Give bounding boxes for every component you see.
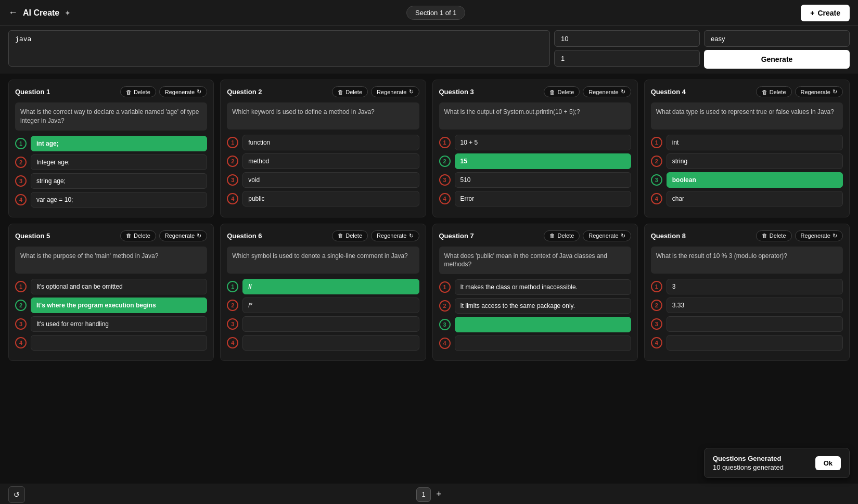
option-input-1-3[interactable] [31, 173, 207, 189]
option-input-3-1[interactable] [455, 135, 631, 150]
question-card-3: Question 3 🗑 Delete Regenerate ↻ What is… [432, 80, 638, 217]
subject-input[interactable]: java [8, 30, 550, 67]
question-label-2: Question 2 [227, 88, 262, 96]
question-actions-6: 🗑 Delete Regenerate ↻ [332, 230, 419, 241]
question-text-7: What does 'public' mean in the context o… [439, 247, 631, 275]
option-input-8-2[interactable] [667, 298, 843, 313]
option-input-6-1[interactable] [242, 279, 419, 294]
question-text-4: What data type is used to represent true… [651, 102, 843, 130]
option-input-4-2[interactable] [667, 153, 843, 169]
regenerate-button-1[interactable]: Regenerate ↻ [159, 86, 208, 97]
regenerate-button-4[interactable]: Regenerate ↻ [795, 86, 843, 97]
option-input-2-1[interactable] [242, 135, 419, 150]
regenerate-button-2[interactable]: Regenerate ↻ [371, 86, 419, 97]
option-num-5-3: 3 [15, 318, 27, 330]
option-row-5-4: 4 [15, 335, 207, 351]
option-num-5-2: 2 [15, 300, 27, 311]
option-num-6-2: 2 [227, 300, 238, 311]
regenerate-label-4: Regenerate [801, 89, 831, 95]
delete-button-8[interactable]: 🗑 Delete [756, 230, 792, 241]
regenerate-icon-4: ↻ [833, 88, 837, 95]
count-input[interactable] [554, 30, 700, 47]
option-input-6-4[interactable] [242, 335, 419, 351]
toast-ok-button[interactable]: Ok [815, 456, 841, 470]
question-card-1: Question 1 🗑 Delete Regenerate ↻ What is… [8, 80, 214, 217]
option-input-2-4[interactable] [242, 191, 419, 206]
option-input-2-3[interactable] [242, 172, 419, 188]
question-actions-7: 🗑 Delete Regenerate ↻ [544, 230, 631, 241]
option-row-5-2: 2 [15, 298, 207, 313]
option-input-5-2[interactable] [31, 298, 207, 313]
option-row-4-2: 2 [651, 153, 843, 169]
regenerate-button-7[interactable]: Regenerate ↻ [583, 230, 631, 241]
back-button[interactable]: ← [8, 7, 18, 18]
delete-button-6[interactable]: 🗑 Delete [332, 230, 368, 241]
option-num-3-2: 2 [439, 156, 451, 167]
option-input-6-3[interactable] [242, 316, 419, 332]
option-input-8-4[interactable] [667, 335, 843, 351]
regenerate-button-3[interactable]: Regenerate ↻ [583, 86, 631, 97]
question-header-8: Question 8 🗑 Delete Regenerate ↻ [651, 230, 843, 241]
option-input-4-3[interactable] [667, 172, 843, 188]
option-input-7-4[interactable] [455, 335, 631, 351]
delete-label-1: Delete [134, 89, 150, 95]
difficulty-input[interactable] [704, 30, 850, 47]
delete-icon-3: 🗑 [549, 89, 555, 95]
delete-button-1[interactable]: 🗑 Delete [120, 86, 156, 97]
delete-button-7[interactable]: 🗑 Delete [544, 230, 580, 241]
option-row-6-4: 4 [227, 335, 419, 351]
option-input-2-2[interactable] [242, 153, 419, 169]
option-input-5-1[interactable] [31, 279, 207, 294]
header-left: ← AI Create ✦ [8, 7, 71, 18]
option-num-4-1: 1 [651, 137, 662, 148]
regenerate-button-8[interactable]: Regenerate ↻ [795, 230, 843, 241]
option-input-3-4[interactable] [455, 191, 631, 206]
option-input-5-3[interactable] [31, 316, 207, 332]
option-input-8-1[interactable] [667, 279, 843, 294]
question-text-3: What is the output of System.out.println… [439, 102, 631, 130]
create-button[interactable]: + Create [801, 5, 850, 21]
option-input-4-1[interactable] [667, 135, 843, 150]
option-input-1-1[interactable] [31, 136, 207, 151]
refresh-icon: ↺ [14, 490, 20, 499]
option-num-2-1: 1 [227, 137, 238, 148]
create-button-label: Create [817, 9, 840, 17]
option-input-7-2[interactable] [455, 298, 631, 314]
option-input-3-2[interactable] [455, 153, 631, 169]
add-page-button[interactable]: + [436, 489, 442, 500]
question-label-8: Question 8 [651, 232, 686, 240]
question-header-5: Question 5 🗑 Delete Regenerate ↻ [15, 230, 207, 241]
refresh-button[interactable]: ↺ [8, 486, 25, 503]
question-card-8: Question 8 🗑 Delete Regenerate ↻ What is… [644, 224, 850, 361]
delete-label-8: Delete [770, 232, 786, 239]
regenerate-icon-1: ↻ [197, 88, 201, 95]
option-input-1-2[interactable] [31, 154, 207, 170]
regenerate-button-5[interactable]: Regenerate ↻ [159, 230, 208, 241]
delete-button-5[interactable]: 🗑 Delete [120, 230, 156, 241]
page-title: AI Create [23, 8, 59, 18]
option-row-4-3: 3 [651, 172, 843, 188]
delete-button-2[interactable]: 🗑 Delete [332, 86, 368, 97]
option-input-7-3[interactable] [455, 317, 631, 332]
question-header-3: Question 3 🗑 Delete Regenerate ↻ [439, 86, 631, 97]
option-input-6-2[interactable] [242, 298, 419, 313]
regenerate-button-6[interactable]: Regenerate ↻ [371, 230, 419, 241]
page-1-button[interactable]: 1 [416, 487, 431, 502]
option-input-4-4[interactable] [667, 191, 843, 206]
generate-button[interactable]: Generate [704, 50, 850, 69]
option-input-1-4[interactable] [31, 192, 207, 208]
regenerate-label-2: Regenerate [377, 89, 407, 95]
delete-label-3: Delete [557, 89, 574, 95]
option-input-3-3[interactable] [455, 172, 631, 188]
option-input-5-4[interactable] [31, 335, 207, 351]
delete-button-3[interactable]: 🗑 Delete [544, 86, 580, 97]
page-count-input[interactable] [554, 50, 700, 67]
delete-icon-6: 🗑 [338, 232, 343, 239]
question-actions-8: 🗑 Delete Regenerate ↻ [756, 230, 843, 241]
option-num-1-4: 4 [15, 194, 27, 205]
delete-button-4[interactable]: 🗑 Delete [756, 86, 792, 97]
question-card-7: Question 7 🗑 Delete Regenerate ↻ What do… [432, 224, 638, 361]
option-input-7-1[interactable] [455, 279, 631, 295]
option-row-2-3: 3 [227, 172, 419, 188]
option-input-8-3[interactable] [667, 316, 843, 332]
